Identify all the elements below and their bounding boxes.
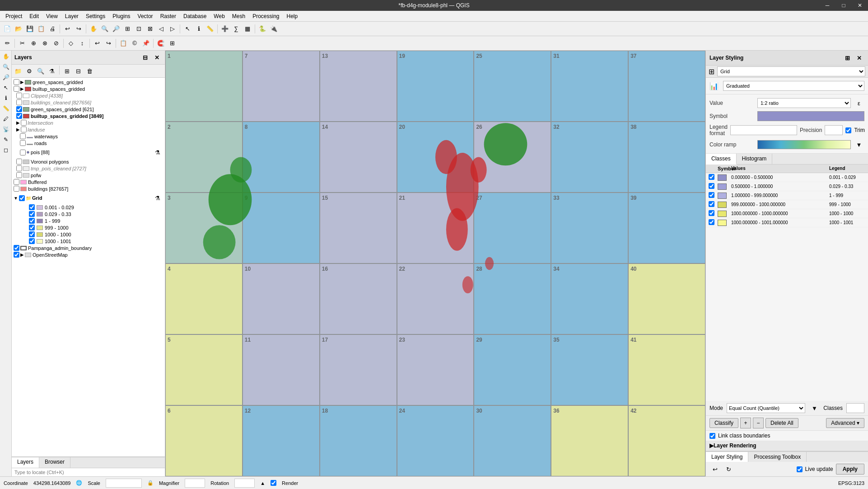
menu-raster[interactable]: Raster [157, 12, 180, 20]
layer-checkbox-11[interactable] [16, 159, 22, 165]
symbol-preview[interactable] [757, 111, 864, 121]
styling-tab-styling[interactable]: Layer Styling [706, 452, 748, 462]
layer-checkbox-6[interactable] [21, 120, 27, 126]
edit-pencil-btn[interactable]: ✏ [2, 38, 13, 49]
reshape-btn[interactable]: ↕ [77, 38, 88, 49]
class-check-3[interactable] [29, 218, 35, 224]
add-layer-btn[interactable]: ➕ [219, 24, 230, 34]
link-checkbox[interactable] [709, 433, 715, 439]
history-btn[interactable]: ↩ [709, 464, 720, 475]
open-project-btn[interactable]: 📂 [13, 24, 24, 34]
save-project-btn[interactable]: 💾 [24, 24, 35, 34]
layers-expand[interactable]: ⊞ [61, 66, 72, 76]
grid-class-6[interactable]: 1000 - 1001 [13, 238, 164, 244]
tab-histogram[interactable]: Histogram [737, 154, 773, 164]
layers-remove[interactable]: 🗑 [84, 66, 95, 76]
layer-builtup-spaces-gridded[interactable]: ▶ builtup_spaces_gridded [13, 85, 164, 92]
layer-checkbox-10[interactable] [20, 150, 26, 155]
menu-layer[interactable]: Layer [61, 12, 82, 20]
precision-input[interactable]: 4 [825, 125, 843, 135]
layer-checkbox-0[interactable] [14, 79, 19, 85]
layer-green-spaces-gridded2[interactable]: green_spaces_gridded [621] [13, 106, 164, 113]
layer-checkbox-3[interactable] [16, 99, 22, 105]
redo2-btn[interactable]: ↪ [103, 38, 114, 49]
paste-btn[interactable]: 📌 [140, 38, 151, 49]
menu-help[interactable]: Help [283, 12, 302, 20]
filter-pois[interactable]: ⚗ [152, 147, 163, 158]
minimize-button[interactable]: ─ [819, 0, 835, 11]
styling-float-btn[interactable]: ⊞ [842, 52, 853, 63]
trim-checkbox[interactable] [845, 127, 851, 133]
edit-2-btn[interactable]: ✂ [17, 38, 28, 49]
tool-zoom-out[interactable]: 🔎 [1, 72, 11, 82]
menu-processing[interactable]: Processing [249, 12, 283, 20]
tool-measure[interactable]: 📏 [1, 103, 11, 113]
layer-buffered[interactable]: Buffered [13, 179, 164, 185]
tab-layers[interactable]: Layers [12, 457, 39, 468]
tab-classes[interactable]: Classes [706, 154, 737, 165]
zoom-forward-btn[interactable]: ▷ [167, 24, 178, 34]
layer-checkbox-15[interactable] [14, 186, 19, 192]
layer-voronoi[interactable]: Voronoi polygons [13, 158, 164, 165]
epsg-label[interactable]: EPSG:3123 [838, 480, 864, 486]
layer-checkbox-grid[interactable] [19, 195, 25, 201]
layers-collapse[interactable]: ⊟ [73, 66, 84, 76]
layer-checkbox-14[interactable] [14, 179, 19, 185]
layer-green-spaces-gridded[interactable]: ▶ green_spaces_gridded [13, 79, 164, 85]
zoom-out-btn[interactable]: 🔎 [111, 24, 121, 34]
refresh-btn[interactable]: ↻ [723, 464, 734, 475]
menu-mesh[interactable]: Mesh [229, 12, 249, 20]
add-class-btn[interactable]: + [740, 418, 751, 428]
zoom-full-btn[interactable]: ⊞ [122, 24, 133, 34]
tool-identify[interactable]: ℹ [1, 93, 11, 103]
layer-checkbox-5[interactable] [16, 113, 22, 119]
digitize-btn[interactable]: ⊞ [167, 38, 177, 49]
maximize-button[interactable]: □ [835, 0, 852, 11]
menu-project[interactable]: Project [2, 12, 26, 20]
class-row-3[interactable]: 1.000000 - 999.000000 1 - 999 [706, 191, 868, 200]
undo2-btn[interactable]: ↩ [92, 38, 103, 49]
layer-checkbox-osm[interactable] [14, 252, 19, 258]
layers-filter[interactable]: 🔍 [35, 66, 46, 76]
snap-btn[interactable]: 🧲 [155, 38, 166, 49]
edit-3-btn[interactable]: ⊕ [28, 38, 39, 49]
zoom-back-btn[interactable]: ◁ [156, 24, 167, 34]
tool-3d[interactable]: ◻ [1, 145, 11, 155]
zoom-selection-btn[interactable]: ⊠ [145, 24, 155, 34]
plugins-btn[interactable]: 🔌 [268, 24, 279, 34]
menu-plugins[interactable]: Plugins [109, 12, 134, 20]
menu-edit[interactable]: Edit [26, 12, 42, 20]
layer-checkbox-2[interactable] [16, 93, 22, 99]
class-cb-4[interactable] [709, 201, 714, 207]
save-as-btn[interactable]: 📋 [36, 24, 47, 34]
legend-format-input[interactable]: %1 - %2 [730, 125, 797, 135]
layer-pampanga[interactable]: Pampanga_admin_boundary [13, 244, 164, 251]
classes-count-input[interactable]: 6 [846, 403, 864, 413]
color-ramp-arrow[interactable]: ▼ [854, 139, 864, 150]
map-area[interactable]: 1 7 13 19 25 31 37 2 8 14 20 26 32 38 3 … [165, 51, 705, 476]
redo-btn[interactable]: ↪ [73, 24, 84, 34]
styling-tab-processing[interactable]: Processing Toolbox [748, 452, 807, 462]
layer-checkbox-pampanga[interactable] [14, 245, 19, 251]
layers-add-group[interactable]: 📁 [13, 66, 23, 76]
tool-zoom-in[interactable]: 🔍 [1, 62, 11, 72]
menu-view[interactable]: View [42, 12, 61, 20]
magnifier-input[interactable]: 100% [185, 479, 205, 488]
class-cb-3[interactable] [709, 192, 714, 198]
class-cb-6[interactable] [709, 219, 714, 225]
grid-class-4[interactable]: 999 - 1000 [13, 224, 164, 231]
locate-search[interactable] [12, 468, 165, 476]
layers-filter2[interactable]: ⚗ [47, 66, 57, 76]
layer-landuse[interactable]: ▶ landuse [13, 126, 164, 133]
advanced-button[interactable]: Advanced ▾ [826, 418, 864, 428]
class-cb-2[interactable] [709, 183, 714, 189]
class-check-4[interactable] [29, 225, 35, 230]
layer-checkbox-8[interactable] [20, 133, 26, 139]
layer-checkbox-7[interactable] [21, 127, 27, 132]
layer-pofw[interactable]: pofw [13, 172, 164, 179]
classify-button[interactable]: Classify [709, 418, 738, 428]
layer-grid-group[interactable]: ▼ 📁 Grid ⚗ [13, 192, 164, 204]
pan-btn[interactable]: ✋ [88, 24, 99, 34]
apply-button[interactable]: Apply [836, 464, 864, 475]
delete-all-button[interactable]: Delete All [765, 418, 798, 428]
